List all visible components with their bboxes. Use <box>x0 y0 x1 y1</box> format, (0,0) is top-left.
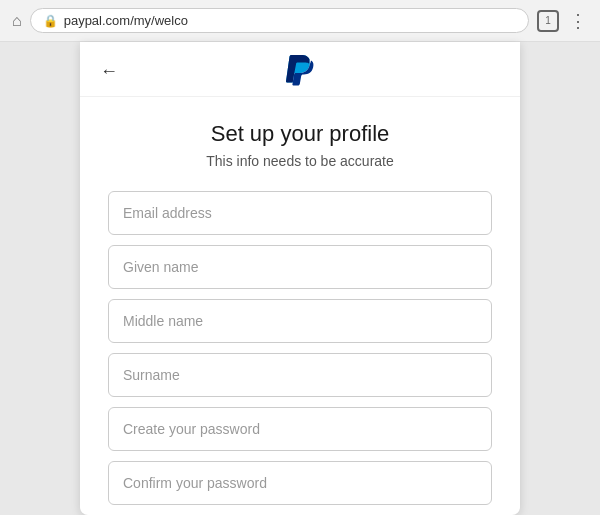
confirm-password-field[interactable] <box>108 461 492 505</box>
create-password-field[interactable] <box>108 407 492 451</box>
page-title: Set up your profile <box>211 121 390 147</box>
home-icon[interactable]: ⌂ <box>12 12 22 30</box>
page-subtitle: This info needs to be accurate <box>206 153 394 169</box>
page-container: ← Set up your profile This info needs to… <box>80 42 520 515</box>
tab-switcher[interactable]: 1 <box>537 10 559 32</box>
back-arrow-icon: ← <box>100 61 118 82</box>
given-name-field[interactable] <box>108 245 492 289</box>
tab-count: 1 <box>545 15 551 26</box>
page-header: ← <box>80 42 520 97</box>
browser-actions: 1 ⋮ <box>537 10 588 32</box>
lock-icon: 🔒 <box>43 14 58 28</box>
page-content: Set up your profile This info needs to b… <box>80 97 520 515</box>
browser-chrome: ⌂ 🔒 paypal.com/my/welco 1 ⋮ <box>0 0 600 42</box>
back-button[interactable]: ← <box>100 61 118 82</box>
email-field[interactable] <box>108 191 492 235</box>
more-options-icon[interactable]: ⋮ <box>569 10 588 32</box>
middle-name-field[interactable] <box>108 299 492 343</box>
form-fields <box>108 191 492 505</box>
paypal-logo <box>286 54 314 88</box>
url-text: paypal.com/my/welco <box>64 13 188 28</box>
surname-field[interactable] <box>108 353 492 397</box>
address-bar[interactable]: 🔒 paypal.com/my/welco <box>30 8 529 33</box>
